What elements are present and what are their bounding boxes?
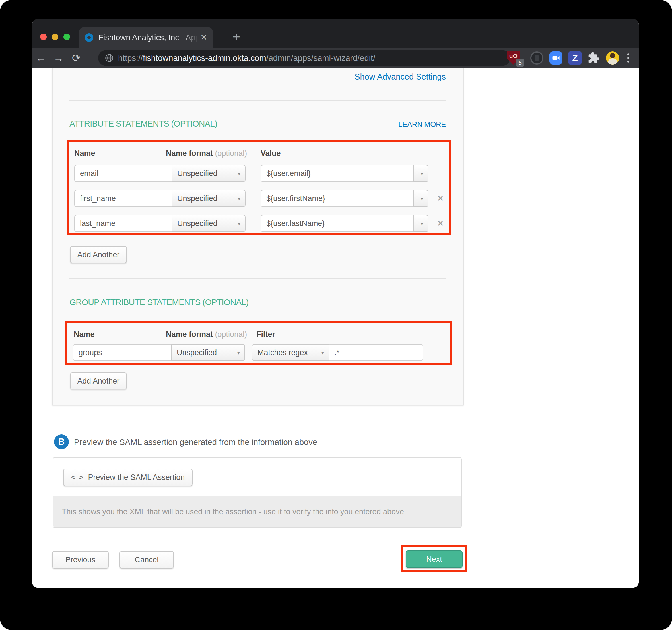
attribute-name-input[interactable]: first_name (74, 190, 172, 207)
chevron-down-icon: ▾ (421, 216, 423, 232)
ublock-badge: 5 (516, 59, 524, 67)
preview-section-title: Preview the SAML assertion generated fro… (74, 437, 317, 447)
add-another-button[interactable]: Add Another (70, 373, 127, 389)
profile-avatar[interactable] (606, 51, 619, 65)
next-button[interactable]: Next (406, 550, 463, 568)
browser-menu-icon[interactable] (625, 53, 631, 62)
preview-note-text: This shows you the XML that will be used… (62, 507, 404, 516)
attribute-name-input[interactable]: email (74, 165, 172, 182)
forward-icon[interactable]: → (50, 52, 67, 64)
minimize-window-button[interactable] (52, 33, 58, 40)
name-format-select[interactable]: Unspecified▾ (172, 215, 245, 232)
close-window-button[interactable] (40, 33, 47, 40)
add-another-button[interactable]: Add Another (70, 246, 127, 263)
attribute-value-input[interactable]: ${user.lastName} (261, 215, 414, 232)
filter-value-input[interactable]: .* (329, 344, 423, 361)
screenshot-background: Fishtown Analytics, Inc - Applic ✕ + ← →… (0, 0, 672, 630)
step-b-badge: B (54, 434, 69, 449)
page-content: Show Advanced Settings ATTRIBUTE STATEME… (32, 68, 639, 588)
chevron-down-icon: ▾ (421, 166, 423, 182)
group-table-annotation: Name Name format (optional) Filter group… (66, 321, 452, 365)
column-header-filter: Filter (256, 330, 275, 339)
preview-note-area: This shows you the XML that will be used… (53, 496, 461, 527)
url-text: https://fishtownanalytics-admin.okta.com… (118, 53, 375, 63)
group-name-input[interactable]: groups (73, 344, 172, 361)
password-manager-extension-icon[interactable] (530, 51, 544, 65)
chevron-down-icon: ▾ (238, 191, 240, 207)
tab-close-icon[interactable]: ✕ (200, 33, 207, 42)
saml-settings-card: Show Advanced Settings ATTRIBUTE STATEME… (52, 68, 464, 405)
ublock-label: uO (509, 53, 518, 59)
globe-icon (105, 54, 114, 62)
remove-row-icon[interactable]: ✕ (434, 215, 447, 232)
camera-icon (552, 54, 560, 62)
z-extension-icon[interactable]: Z (569, 51, 581, 65)
okta-favicon-icon (85, 33, 93, 42)
name-format-select[interactable]: Unspecified▾ (172, 165, 245, 182)
extensions-puzzle-icon[interactable] (587, 52, 600, 64)
attribute-table-annotation: Name Name format (optional) Value email … (67, 140, 451, 235)
attribute-name-input[interactable]: last_name (74, 215, 172, 232)
attribute-value-input[interactable]: ${user.firstName} (261, 190, 414, 207)
value-dropdown-button[interactable]: ▾ (413, 190, 429, 207)
divider (69, 100, 446, 101)
browser-tab[interactable]: Fishtown Analytics, Inc - Applic ✕ (79, 27, 213, 48)
zoom-extension-icon[interactable] (549, 51, 562, 65)
previous-button[interactable]: Previous (52, 551, 109, 569)
value-dropdown-button[interactable]: ▾ (413, 215, 429, 232)
url-host: fishtownanalytics-admin.okta.com (143, 53, 266, 62)
attribute-statements-title: ATTRIBUTE STATEMENTS (OPTIONAL) (69, 119, 217, 128)
url-scheme: https:// (118, 53, 143, 62)
column-header-name: Name (74, 149, 95, 158)
reload-icon[interactable]: ⟳ (67, 52, 85, 64)
address-bar[interactable]: https://fishtownanalytics-admin.okta.com… (98, 50, 510, 66)
tab-strip: Fishtown Analytics, Inc - Applic ✕ + (32, 19, 639, 48)
chevron-down-icon: ▾ (237, 345, 240, 361)
code-icon: < > (71, 473, 83, 482)
next-button-annotation: Next (401, 545, 467, 572)
chevron-down-icon: ▾ (238, 166, 240, 182)
browser-window: Fishtown Analytics, Inc - Applic ✕ + ← →… (32, 19, 639, 588)
url-path: /admin/apps/saml-wizard/edit/ (266, 53, 376, 62)
cancel-button[interactable]: Cancel (119, 551, 174, 569)
new-tab-button[interactable]: + (229, 29, 244, 45)
extensions-area: uO 5 Z (507, 49, 631, 67)
chevron-down-icon: ▾ (238, 216, 240, 232)
column-header-name-format: Name format (optional) (166, 330, 247, 339)
column-header-name-format: Name format (optional) (166, 149, 247, 158)
preview-saml-assertion-button[interactable]: < >Preview the SAML Assertion (63, 469, 193, 486)
show-advanced-settings-link[interactable]: Show Advanced Settings (355, 72, 446, 82)
browser-toolbar: ← → ⟳ https://fishtownanalytics-admin.ok… (32, 48, 639, 68)
learn-more-link[interactable]: LEARN MORE (398, 120, 446, 129)
attribute-value-input[interactable]: ${user.email} (261, 165, 414, 182)
remove-row-icon[interactable]: ✕ (434, 190, 447, 207)
window-controls (40, 33, 70, 40)
chevron-down-icon: ▾ (421, 191, 423, 207)
preview-panel: < >Preview the SAML Assertion This shows… (53, 457, 462, 528)
filter-type-select[interactable]: Matches regex▾ (252, 344, 329, 361)
back-icon[interactable]: ← (32, 52, 50, 64)
name-format-select[interactable]: Unspecified▾ (172, 190, 245, 207)
name-format-select[interactable]: Unspecified▾ (171, 344, 245, 361)
divider (69, 278, 446, 279)
group-attribute-statements-title: GROUP ATTRIBUTE STATEMENTS (OPTIONAL) (69, 297, 248, 307)
chevron-down-icon: ▾ (321, 345, 324, 361)
tab-title: Fishtown Analytics, Inc - Applic (98, 33, 198, 42)
column-header-name: Name (74, 330, 95, 339)
zoom-window-button[interactable] (64, 33, 70, 40)
value-dropdown-button[interactable]: ▾ (413, 165, 429, 182)
column-header-value: Value (261, 149, 281, 158)
